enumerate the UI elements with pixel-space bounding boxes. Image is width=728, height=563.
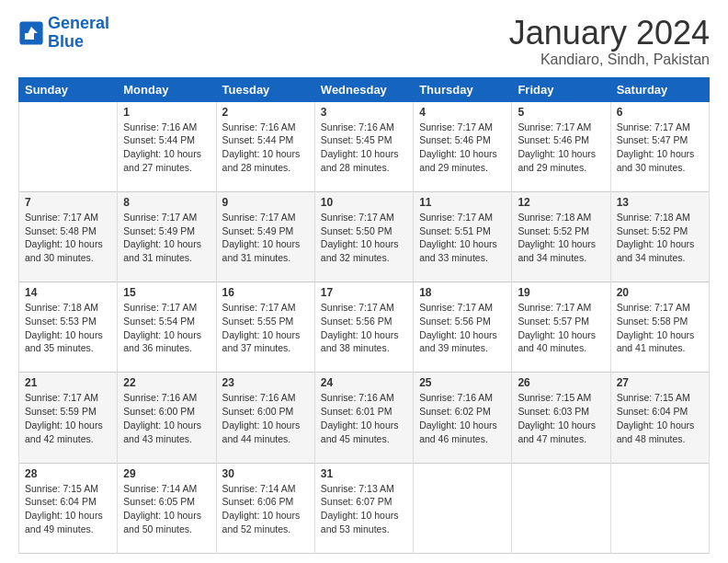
calendar-cell [610, 463, 709, 553]
day-info: Sunrise: 7:17 AM Sunset: 5:59 PM Dayligh… [25, 391, 111, 445]
calendar-cell [512, 463, 610, 553]
day-number: 12 [518, 196, 604, 209]
day-info: Sunrise: 7:17 AM Sunset: 5:56 PM Dayligh… [321, 301, 407, 355]
calendar-week-row: 7Sunrise: 7:17 AM Sunset: 5:48 PM Daylig… [19, 191, 710, 282]
day-number: 16 [222, 286, 309, 299]
day-number: 17 [321, 286, 407, 299]
day-info: Sunrise: 7:17 AM Sunset: 5:46 PM Dayligh… [518, 121, 604, 175]
calendar-cell: 31Sunrise: 7:13 AM Sunset: 6:07 PM Dayli… [314, 463, 413, 553]
day-number: 27 [617, 376, 703, 389]
day-number: 7 [25, 196, 111, 209]
day-number: 2 [222, 106, 309, 119]
calendar-cell: 4Sunrise: 7:17 AM Sunset: 5:46 PM Daylig… [414, 101, 512, 191]
weekday-header: Monday [118, 77, 216, 101]
calendar-cell: 16Sunrise: 7:17 AM Sunset: 5:55 PM Dayli… [216, 282, 314, 373]
weekday-header: Thursday [414, 77, 512, 101]
day-number: 30 [222, 467, 309, 480]
page: General Blue January 2024 Kandiaro, Sind… [0, 0, 728, 563]
logo: General Blue [18, 15, 109, 52]
day-number: 15 [123, 286, 210, 299]
calendar-cell [19, 101, 118, 191]
header: General Blue January 2024 Kandiaro, Sind… [18, 15, 710, 68]
calendar-subtitle: Kandiaro, Sindh, Pakistan [509, 52, 710, 68]
calendar-cell: 10Sunrise: 7:17 AM Sunset: 5:50 PM Dayli… [314, 191, 413, 282]
day-info: Sunrise: 7:17 AM Sunset: 5:55 PM Dayligh… [222, 301, 309, 355]
calendar-cell: 7Sunrise: 7:17 AM Sunset: 5:48 PM Daylig… [19, 191, 118, 282]
day-info: Sunrise: 7:17 AM Sunset: 5:48 PM Dayligh… [25, 211, 111, 265]
calendar-week-row: 14Sunrise: 7:18 AM Sunset: 5:53 PM Dayli… [19, 282, 710, 373]
day-info: Sunrise: 7:18 AM Sunset: 5:53 PM Dayligh… [25, 301, 111, 355]
calendar-cell: 12Sunrise: 7:18 AM Sunset: 5:52 PM Dayli… [512, 191, 610, 282]
day-number: 22 [123, 376, 210, 389]
calendar-cell: 21Sunrise: 7:17 AM Sunset: 5:59 PM Dayli… [19, 373, 118, 463]
svg-rect-2 [25, 33, 34, 40]
day-info: Sunrise: 7:17 AM Sunset: 5:51 PM Dayligh… [419, 211, 506, 265]
calendar-cell: 1Sunrise: 7:16 AM Sunset: 5:44 PM Daylig… [118, 101, 216, 191]
day-number: 14 [25, 286, 111, 299]
calendar-cell: 29Sunrise: 7:14 AM Sunset: 6:05 PM Dayli… [118, 463, 216, 553]
calendar-week-row: 1Sunrise: 7:16 AM Sunset: 5:44 PM Daylig… [19, 101, 710, 191]
day-info: Sunrise: 7:15 AM Sunset: 6:03 PM Dayligh… [518, 391, 604, 445]
day-number: 20 [617, 286, 703, 299]
weekday-header: Tuesday [216, 77, 314, 101]
day-info: Sunrise: 7:17 AM Sunset: 5:49 PM Dayligh… [123, 211, 210, 265]
day-number: 21 [25, 376, 111, 389]
day-number: 4 [419, 106, 506, 119]
calendar-table: SundayMondayTuesdayWednesdayThursdayFrid… [18, 77, 710, 554]
weekday-header: Sunday [19, 77, 118, 101]
logo-text: General Blue [48, 15, 109, 52]
day-number: 5 [518, 106, 604, 119]
day-number: 19 [518, 286, 604, 299]
calendar-week-row: 21Sunrise: 7:17 AM Sunset: 5:59 PM Dayli… [19, 373, 710, 463]
calendar-cell: 22Sunrise: 7:16 AM Sunset: 6:00 PM Dayli… [118, 373, 216, 463]
calendar-cell: 14Sunrise: 7:18 AM Sunset: 5:53 PM Dayli… [19, 282, 118, 373]
day-info: Sunrise: 7:17 AM Sunset: 5:46 PM Dayligh… [419, 121, 506, 175]
weekday-header: Friday [512, 77, 610, 101]
day-number: 3 [321, 106, 407, 119]
calendar-cell: 15Sunrise: 7:17 AM Sunset: 5:54 PM Dayli… [118, 282, 216, 373]
calendar-cell: 13Sunrise: 7:18 AM Sunset: 5:52 PM Dayli… [610, 191, 709, 282]
day-info: Sunrise: 7:17 AM Sunset: 5:54 PM Dayligh… [123, 301, 210, 355]
day-info: Sunrise: 7:17 AM Sunset: 5:49 PM Dayligh… [222, 211, 309, 265]
day-number: 13 [617, 196, 703, 209]
calendar-cell: 5Sunrise: 7:17 AM Sunset: 5:46 PM Daylig… [512, 101, 610, 191]
calendar-cell: 8Sunrise: 7:17 AM Sunset: 5:49 PM Daylig… [118, 191, 216, 282]
calendar-cell: 9Sunrise: 7:17 AM Sunset: 5:49 PM Daylig… [216, 191, 314, 282]
calendar-cell: 27Sunrise: 7:15 AM Sunset: 6:04 PM Dayli… [610, 373, 709, 463]
day-number: 23 [222, 376, 309, 389]
weekday-header: Wednesday [314, 77, 413, 101]
day-number: 1 [123, 106, 210, 119]
day-info: Sunrise: 7:16 AM Sunset: 5:44 PM Dayligh… [123, 121, 210, 175]
calendar-cell: 26Sunrise: 7:15 AM Sunset: 6:03 PM Dayli… [512, 373, 610, 463]
day-number: 29 [123, 467, 210, 480]
day-number: 11 [419, 196, 506, 209]
day-info: Sunrise: 7:15 AM Sunset: 6:04 PM Dayligh… [617, 391, 703, 445]
logo-icon [18, 20, 44, 46]
day-info: Sunrise: 7:16 AM Sunset: 5:44 PM Dayligh… [222, 121, 309, 175]
calendar-cell: 3Sunrise: 7:16 AM Sunset: 5:45 PM Daylig… [314, 101, 413, 191]
calendar-title: January 2024 [509, 15, 710, 52]
day-info: Sunrise: 7:17 AM Sunset: 5:56 PM Dayligh… [419, 301, 506, 355]
day-info: Sunrise: 7:18 AM Sunset: 5:52 PM Dayligh… [518, 211, 604, 265]
calendar-cell: 25Sunrise: 7:16 AM Sunset: 6:02 PM Dayli… [414, 373, 512, 463]
calendar-cell: 11Sunrise: 7:17 AM Sunset: 5:51 PM Dayli… [414, 191, 512, 282]
day-info: Sunrise: 7:15 AM Sunset: 6:04 PM Dayligh… [25, 482, 111, 536]
day-info: Sunrise: 7:17 AM Sunset: 5:47 PM Dayligh… [617, 121, 703, 175]
calendar-cell: 20Sunrise: 7:17 AM Sunset: 5:58 PM Dayli… [610, 282, 709, 373]
day-number: 25 [419, 376, 506, 389]
calendar-week-row: 28Sunrise: 7:15 AM Sunset: 6:04 PM Dayli… [19, 463, 710, 553]
calendar-cell: 30Sunrise: 7:14 AM Sunset: 6:06 PM Dayli… [216, 463, 314, 553]
day-info: Sunrise: 7:17 AM Sunset: 5:58 PM Dayligh… [617, 301, 703, 355]
day-number: 9 [222, 196, 309, 209]
day-info: Sunrise: 7:14 AM Sunset: 6:05 PM Dayligh… [123, 482, 210, 536]
calendar-cell: 24Sunrise: 7:16 AM Sunset: 6:01 PM Dayli… [314, 373, 413, 463]
day-number: 26 [518, 376, 604, 389]
day-number: 10 [321, 196, 407, 209]
calendar-cell: 17Sunrise: 7:17 AM Sunset: 5:56 PM Dayli… [314, 282, 413, 373]
calendar-cell: 6Sunrise: 7:17 AM Sunset: 5:47 PM Daylig… [610, 101, 709, 191]
calendar-cell [414, 463, 512, 553]
day-info: Sunrise: 7:18 AM Sunset: 5:52 PM Dayligh… [617, 211, 703, 265]
day-number: 24 [321, 376, 407, 389]
day-number: 18 [419, 286, 506, 299]
header-row: SundayMondayTuesdayWednesdayThursdayFrid… [19, 77, 710, 101]
